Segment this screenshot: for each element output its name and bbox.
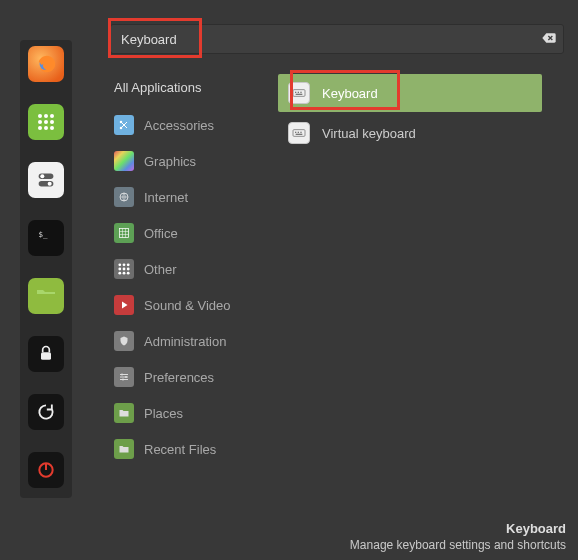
- svg-point-2: [40, 174, 44, 178]
- categories-header: All Applications: [110, 74, 278, 107]
- category-preferences[interactable]: Preferences: [110, 359, 278, 395]
- svg-rect-20: [300, 92, 301, 93]
- launcher-item-logout[interactable]: [28, 394, 64, 430]
- scissors-icon: [114, 115, 134, 135]
- launcher-bar: $_: [20, 40, 72, 498]
- play-icon: [114, 295, 134, 315]
- svg-rect-7: [41, 352, 51, 360]
- svg-rect-13: [120, 229, 129, 238]
- category-label: Recent Files: [144, 442, 216, 457]
- svg-point-16: [122, 379, 124, 381]
- category-other[interactable]: Other: [110, 251, 278, 287]
- category-label: Office: [144, 226, 178, 241]
- category-label: Sound & Video: [144, 298, 231, 313]
- svg-rect-23: [295, 132, 296, 133]
- grid-icon: [114, 223, 134, 243]
- svg-point-11: [120, 127, 123, 130]
- category-accessories[interactable]: Accessories: [110, 107, 278, 143]
- svg-point-4: [48, 182, 52, 186]
- toggle-icon: [35, 169, 57, 191]
- category-sound-video[interactable]: Sound & Video: [110, 287, 278, 323]
- launcher-item-files[interactable]: [28, 278, 64, 314]
- app-description-footer: Keyboard Manage keyboard settings and sh…: [350, 521, 566, 552]
- category-internet[interactable]: Internet: [110, 179, 278, 215]
- launcher-item-lock[interactable]: [28, 336, 64, 372]
- lock-icon: [36, 344, 56, 364]
- svg-rect-21: [296, 94, 303, 95]
- backspace-icon: [541, 30, 557, 46]
- svg-rect-26: [296, 134, 303, 135]
- categories-column: All Applications Accessories Graphics In…: [110, 74, 278, 467]
- folder-icon: [114, 403, 134, 423]
- footer-title: Keyboard: [350, 521, 566, 536]
- category-recent-files[interactable]: Recent Files: [110, 431, 278, 467]
- launcher-item-power[interactable]: [28, 452, 64, 488]
- search-input[interactable]: [110, 24, 564, 54]
- clear-search-button[interactable]: [540, 29, 558, 47]
- category-places[interactable]: Places: [110, 395, 278, 431]
- svg-rect-6: [37, 294, 55, 303]
- category-label: Administration: [144, 334, 226, 349]
- svg-rect-25: [300, 132, 301, 133]
- category-label: Accessories: [144, 118, 214, 133]
- launcher-item-apps[interactable]: [28, 104, 64, 140]
- power-icon: [36, 460, 56, 480]
- application-menu: All Applications Accessories Graphics In…: [110, 24, 578, 560]
- svg-rect-19: [298, 92, 299, 93]
- category-label: Graphics: [144, 154, 196, 169]
- launcher-item-toggle[interactable]: [28, 162, 64, 198]
- launcher-item-firefox[interactable]: [28, 46, 64, 82]
- footer-description: Manage keyboard settings and shortcuts: [350, 538, 566, 552]
- search-row: [110, 24, 564, 54]
- category-label: Internet: [144, 190, 188, 205]
- category-office[interactable]: Office: [110, 215, 278, 251]
- category-label: Places: [144, 406, 183, 421]
- svg-rect-24: [298, 132, 299, 133]
- dots-icon: [114, 259, 134, 279]
- svg-rect-18: [295, 92, 296, 93]
- result-item-virtual-keyboard[interactable]: Virtual keyboard: [278, 114, 542, 152]
- cycle-icon: [36, 402, 56, 422]
- category-label: Other: [144, 262, 177, 277]
- result-label: Virtual keyboard: [322, 126, 416, 141]
- svg-point-15: [125, 376, 127, 378]
- sliders-icon: [114, 367, 134, 387]
- firefox-icon: [35, 53, 57, 75]
- apps-icon: [38, 114, 54, 130]
- launcher-item-terminal[interactable]: $_: [28, 220, 64, 256]
- keyboard-icon: [288, 122, 310, 144]
- category-administration[interactable]: Administration: [110, 323, 278, 359]
- folder-icon: [34, 284, 58, 308]
- result-label: Keyboard: [322, 86, 378, 101]
- svg-point-14: [121, 374, 123, 376]
- category-label: Preferences: [144, 370, 214, 385]
- result-item-keyboard[interactable]: Keyboard: [278, 74, 542, 112]
- folder-icon: [114, 439, 134, 459]
- shield-icon: [114, 331, 134, 351]
- keyboard-icon: [288, 82, 310, 104]
- results-column: Keyboard Virtual keyboard: [278, 74, 578, 467]
- category-graphics[interactable]: Graphics: [110, 143, 278, 179]
- svg-text:$_: $_: [39, 230, 49, 239]
- palette-icon: [114, 151, 134, 171]
- svg-point-10: [120, 121, 123, 124]
- terminal-icon: $_: [36, 228, 56, 248]
- globe-icon: [114, 187, 134, 207]
